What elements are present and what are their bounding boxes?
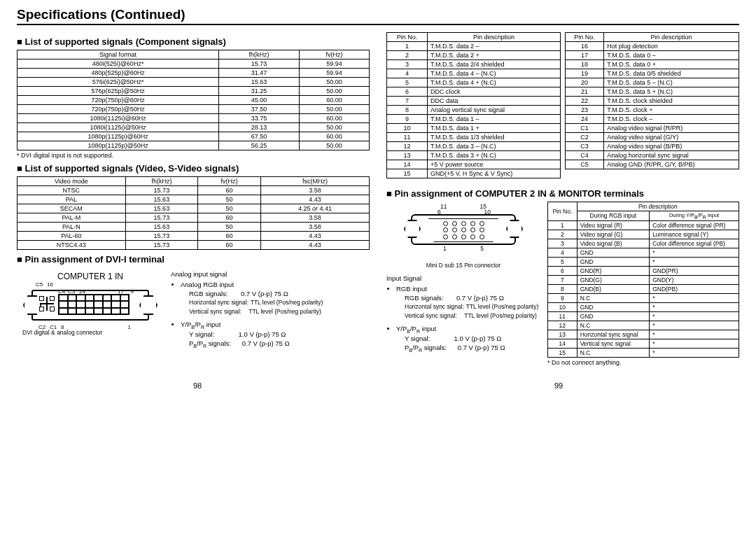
cell: 3 [387, 60, 428, 69]
cell: 9 [387, 115, 428, 124]
table-row: 720p(750p)@50Hz37.5050.00 [18, 105, 370, 114]
cell: 1080p(1125p)@50Hz [18, 141, 219, 150]
page-title: Specifications (Continued) [17, 7, 739, 25]
table-row: 18T.M.D.S. data 0 + [566, 60, 739, 69]
cell: * [650, 348, 739, 357]
table-row: 12T.M.D.S. data 3 – (N.C) [387, 142, 561, 151]
table-row: 22T.M.D.S. clock shielded [566, 97, 739, 106]
pin-label: 16 [47, 281, 53, 288]
cell: Vertical sync signal [577, 339, 650, 348]
pin-label: 5 [480, 245, 484, 252]
table-row: 14Vertical sync signal* [548, 339, 739, 348]
cell: 20 [566, 78, 604, 87]
cell: 50 [198, 204, 261, 213]
cell: 60 [198, 241, 261, 250]
cell: Hot plug detection [604, 42, 739, 51]
cell: * [650, 248, 739, 257]
cell: 3.58 [260, 223, 369, 232]
cell: N.C [577, 321, 650, 330]
table-row: 11T.M.D.S. data 1/3 shielded [387, 133, 561, 142]
cell: 15.63 [125, 223, 197, 232]
computer2-input-block: Input Signal RGB input RGB signals: 0.7 … [386, 274, 540, 354]
computer1-in-label: COMPUTER 1 IN [17, 272, 164, 281]
table-row: 4T.M.D.S. data 4 – (N.C) [387, 69, 561, 78]
cell: T.M.D.S. data 5 + (N.C) [604, 87, 739, 97]
table-row: 8GND(B)GND(PB) [548, 284, 739, 293]
cell: Color difference signal (PR) [650, 220, 739, 230]
cell: 4.43 [260, 195, 369, 204]
cell: 60 [198, 186, 261, 195]
th: fh(kHz) [125, 177, 197, 186]
table-row: 4GND* [548, 248, 739, 257]
cell: 13 [387, 151, 428, 160]
table-row: 9N.C* [548, 293, 739, 302]
cell: 720p(750p)@50Hz [18, 105, 219, 114]
table-component-signals: Signal format fh(kHz) fv(Hz) 480i(525i)@… [17, 50, 370, 150]
cell: Analog horizontal sync signal [604, 151, 739, 160]
cell: 576i(625i)@50Hz* [18, 78, 219, 87]
cell: 480i(525i)@60Hz* [18, 59, 219, 69]
dvi-pin-tables: Pin No. Pin description 1T.M.D.S. data 2… [386, 32, 739, 178]
computer2-pin-table-wrap: Pin No. Pin description During RGB input… [547, 202, 739, 370]
cell: 3.58 [260, 186, 369, 195]
cell: 15 [548, 348, 578, 357]
table-row: 1080p(1125p)@60Hz67.5060.00 [18, 132, 370, 141]
table-row: 12N.C* [548, 321, 739, 330]
cell: T.M.D.S. data 4 + (N.C) [427, 78, 560, 87]
value: TTL level (Pos/neg polarity) [248, 308, 321, 315]
cell: Analog video signal (G/Y) [604, 133, 739, 142]
page-numbers: 98 99 [17, 381, 739, 390]
cell: 14 [548, 339, 578, 348]
cell: * [650, 339, 739, 348]
pin-label: C2 [38, 324, 46, 330]
cell: 60.00 [300, 114, 370, 123]
cell: T.M.D.S. data 4 – (N.C) [427, 69, 560, 78]
dvi-block: COMPUTER 1 IN C5 16 C4 C3 24 17 9 [17, 267, 370, 353]
cell: 15.73 [125, 241, 197, 250]
cell: 50 [198, 223, 261, 232]
cell: 4 [387, 69, 428, 78]
heading-video-signals: List of supported signals (Video, S-Vide… [17, 163, 370, 174]
cell: 10 [548, 302, 578, 311]
table-row: 15GND(+5 V, H Sync & V Sync) [387, 169, 561, 178]
table-row: 1080i(1125i)@60Hz33.7560.00 [18, 114, 370, 123]
label: Y signal: [189, 330, 214, 338]
cell: 1 [387, 42, 428, 51]
cell: Analog vertical sync signal [427, 106, 560, 115]
table-row: 6GND(R)GND(PR) [548, 266, 739, 275]
cell: 12 [387, 142, 428, 151]
cell: 720p(750p)@60Hz [18, 96, 219, 105]
table-row: 24T.M.D.S. clock – [566, 115, 739, 124]
dsub-diagram-area: 11 15 6 10 1 5 Mini D sub 15 Pin connec [386, 202, 540, 370]
cell: 16 [566, 42, 604, 51]
cell: 22 [566, 97, 604, 106]
cell: 50 [198, 195, 261, 204]
value: 0.7 V (p-p) 75 Ω [241, 290, 288, 297]
table-video-signals: Video mode fh(kHz) fv(Hz) fsc(MHz) NTSC1… [17, 176, 370, 250]
cell: 5 [387, 78, 428, 87]
table-row: 1T.M.D.S. data 2 – [387, 42, 561, 51]
th: fv(Hz) [300, 50, 370, 59]
cell: N.C [577, 348, 650, 357]
cell: 5 [548, 257, 578, 266]
label: RGB signals: [405, 294, 443, 302]
table-row: 8Analog vertical sync signal [387, 106, 561, 115]
cell: 50.00 [300, 105, 370, 114]
value: TTL level (Pos/neg polarity) [464, 312, 537, 319]
cell: T.M.D.S. data 2 + [427, 51, 560, 60]
cell: 3.58 [260, 213, 369, 223]
table-row: 13T.M.D.S. data 3 + (N.C) [387, 151, 561, 160]
table-row: 3Video signal (B)Color difference signal… [548, 239, 739, 248]
th: Pin description [577, 202, 738, 211]
table-row: PAL-M15.73603.58 [18, 213, 370, 223]
cell: * [650, 330, 739, 339]
table-row: 3T.M.D.S. data 2/4 shielded [387, 60, 561, 69]
table-row: 10GND* [548, 302, 739, 311]
table-row: NTSC4.4315.73604.43 [18, 241, 370, 250]
table-row: 23T.M.D.S. clock + [566, 106, 739, 115]
cell: Video signal (R) [577, 220, 650, 230]
cell: 37.50 [219, 105, 300, 114]
cell: 56.25 [219, 141, 300, 150]
dsub-connector-drawing: 11 15 6 10 1 5 [411, 202, 516, 259]
cell: 15.73 [125, 232, 197, 241]
